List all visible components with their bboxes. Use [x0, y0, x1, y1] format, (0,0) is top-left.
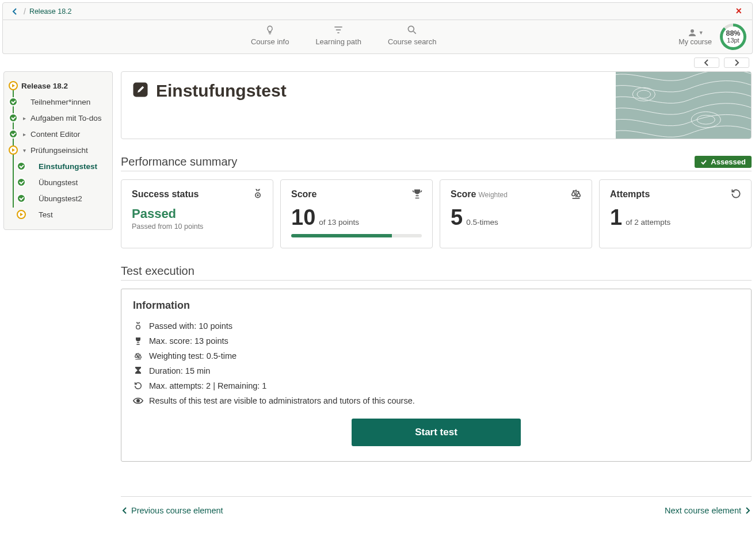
- tree-node[interactable]: Übungstest: [6, 174, 110, 190]
- page-header: Einstufungstest: [121, 71, 752, 139]
- performance-heading: Performance summary Assessed: [121, 155, 752, 168]
- execution-heading: Test execution: [121, 264, 752, 278]
- tree-label: Aufgaben mit To-dos: [30, 114, 102, 122]
- info-duration: Duration: 15 min: [133, 363, 739, 378]
- toolbar-label: Course search: [388, 37, 437, 46]
- toolbar-label: Learning path: [315, 37, 361, 46]
- attempts-value: 1: [610, 205, 622, 229]
- svg-point-10: [697, 115, 715, 124]
- my-course-label: My course: [678, 38, 712, 46]
- toolbar-course-info[interactable]: Course info: [251, 24, 289, 50]
- lightbulb-icon: [264, 24, 276, 36]
- tree-node[interactable]: Übungstest2: [6, 190, 110, 206]
- info-visibility: Results of this test are visible to admi…: [133, 393, 739, 408]
- breadcrumb-bar: / Release 18.2 ×: [2, 2, 753, 20]
- retry-icon: [730, 188, 742, 200]
- prev-course-element-link[interactable]: Previous course element: [122, 506, 223, 515]
- success-value: Passed: [132, 206, 262, 221]
- card-title: ScoreWeighted: [451, 189, 581, 200]
- info-max-score: Max. score: 13 points: [133, 333, 739, 348]
- assessed-badge: Assessed: [695, 156, 752, 168]
- start-test-button[interactable]: Start test: [352, 419, 521, 446]
- my-course-menu[interactable]: ▼ My course: [678, 28, 712, 46]
- info-title: Information: [133, 300, 739, 312]
- svg-point-7: [632, 87, 655, 101]
- hourglass-icon: [133, 366, 143, 375]
- card-score: Score 10of 13 points: [280, 179, 433, 248]
- progress-values: 88%13pt: [726, 30, 740, 44]
- status-done-icon: [9, 129, 18, 139]
- status-done-icon: [9, 113, 18, 122]
- close-icon[interactable]: ×: [731, 4, 746, 18]
- card-title: Attempts: [610, 189, 741, 200]
- tree-label: Prüfungseinsicht: [30, 146, 88, 155]
- chevron-down-icon: ▾: [21, 147, 27, 154]
- breadcrumb-course-link[interactable]: Release 18.2: [28, 5, 73, 18]
- info-weighting: Weighting test: 0.5-time: [133, 348, 739, 363]
- weighted-sub: 0.5-times: [466, 218, 498, 227]
- tree-node[interactable]: Teilnehmer*innen: [6, 94, 110, 110]
- progress-ring[interactable]: 88%13pt: [720, 24, 746, 50]
- score-value: 10: [291, 205, 315, 229]
- card-attempts: Attempts 1of 2 attempts: [599, 179, 752, 248]
- status-current-icon: [17, 210, 26, 219]
- toolbar-course-search[interactable]: Course search: [388, 24, 437, 50]
- tree-label: Content Editor: [30, 130, 80, 139]
- summary-cards: Success status Passed Passed from 10 poi…: [121, 179, 752, 248]
- weighted-value: 5: [451, 205, 463, 229]
- score-progress: [291, 234, 422, 237]
- tree-label: Release 18.2: [21, 82, 68, 90]
- success-sub: Passed from 10 points: [132, 223, 262, 231]
- tree-node[interactable]: Einstufungstest: [6, 158, 110, 174]
- scale-icon: [570, 188, 582, 200]
- tree-label: Übungstest2: [39, 194, 82, 203]
- tree-node[interactable]: ▸Aufgaben mit To-dos: [6, 110, 110, 126]
- card-score-weighted: ScoreWeighted 50.5-times: [440, 179, 592, 248]
- attempts-sub: of 2 attempts: [626, 218, 670, 227]
- status-done-icon: [9, 97, 18, 106]
- course-tree: Release 18.2 Teilnehmer*innen▸Aufgaben m…: [3, 71, 113, 230]
- medal-icon: [252, 188, 264, 200]
- course-toolbar: Course info Learning path Course search …: [2, 20, 753, 54]
- medal-icon: [133, 321, 143, 331]
- card-title: Success status: [132, 189, 262, 200]
- pager-arrows: [0, 54, 755, 71]
- svg-point-13: [136, 325, 140, 329]
- test-info-box: Information Passed with: 10 points Max. …: [121, 289, 752, 462]
- next-course-element-link[interactable]: Next course element: [665, 506, 750, 515]
- breadcrumb-back[interactable]: [9, 6, 21, 17]
- next-element-arrow[interactable]: [724, 57, 749, 68]
- status-current-icon: [9, 81, 18, 90]
- tree-label: Test: [39, 210, 53, 219]
- svg-line-4: [414, 32, 416, 34]
- tree-label: Teilnehmer*innen: [30, 98, 90, 106]
- info-attempts: Max. attempts: 2 | Remaining: 1: [133, 378, 739, 393]
- page-title: Einstufungstest: [156, 81, 287, 101]
- scale-icon: [133, 351, 143, 360]
- svg-point-9: [691, 112, 720, 127]
- breadcrumb-sep: /: [24, 7, 26, 16]
- tree-node[interactable]: ▾Prüfungseinsicht: [6, 142, 110, 158]
- tree-node[interactable]: Test: [6, 206, 110, 223]
- search-icon: [406, 24, 418, 36]
- status-done-icon: [17, 162, 26, 171]
- chevron-right-icon: ▸: [21, 131, 27, 137]
- status-done-icon: [17, 194, 26, 203]
- svg-point-12: [257, 194, 258, 196]
- tree-node[interactable]: ▸Content Editor: [6, 126, 110, 142]
- caret-down-icon: ▼: [699, 30, 704, 36]
- score-sub: of 13 points: [319, 218, 359, 227]
- prev-element-arrow[interactable]: [694, 57, 719, 68]
- svg-point-3: [408, 26, 414, 32]
- tree-root[interactable]: Release 18.2: [6, 78, 110, 94]
- user-icon: [687, 28, 697, 38]
- toolbar-label: Course info: [251, 37, 289, 46]
- retry-icon: [133, 381, 143, 390]
- main-content: Einstufungstest Performance summary: [121, 71, 752, 517]
- tree-label: Übungstest: [39, 178, 78, 187]
- svg-point-5: [691, 29, 694, 33]
- svg-point-14: [137, 400, 140, 402]
- path-icon: [332, 24, 345, 36]
- toolbar-learning-path[interactable]: Learning path: [315, 24, 361, 50]
- card-success-status: Success status Passed Passed from 10 poi…: [121, 179, 273, 248]
